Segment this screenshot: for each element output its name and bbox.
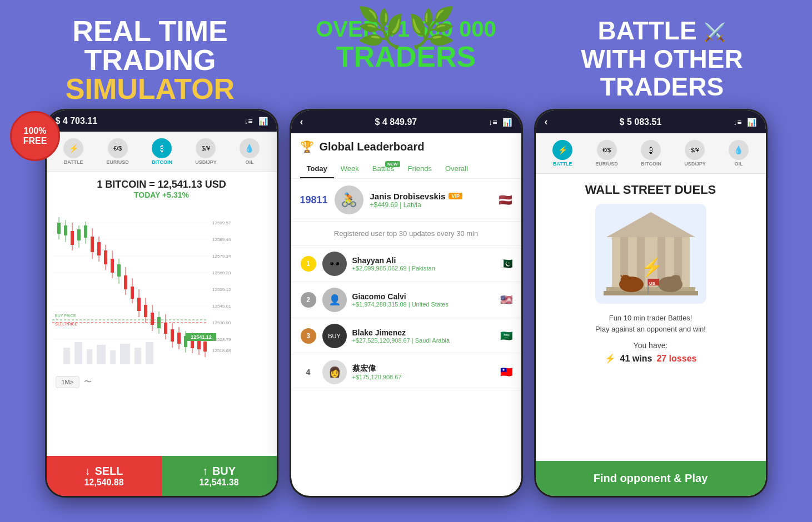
today-pct: TODAY +5.31% xyxy=(56,190,268,199)
lb-item-1: 1 🕶️ Shayyan Ali +$2,099,985,062.69 | Pa… xyxy=(291,246,521,282)
buy-action-label: ↑ BUY xyxy=(202,465,236,478)
sell-arrow-icon: ↓ xyxy=(84,465,90,478)
tab-usdjpy-right-label: USD/JPY xyxy=(684,161,706,167)
tab-usdjpy[interactable]: $/¥ USD/JPY xyxy=(191,136,221,167)
laurel-decoration: 🌿 🌿 xyxy=(356,8,456,47)
laurel-right-icon: 🌿 xyxy=(407,8,456,47)
headline-trading: TRADING xyxy=(33,46,267,74)
battle-title: WALL STREET DUELS xyxy=(545,183,757,197)
lb-info-2: Giacomo Calvi +$1,974,288,315.08 | Unite… xyxy=(352,292,449,308)
svg-rect-37 xyxy=(151,313,154,325)
tab-bitcoin-right-icon: ₿ xyxy=(641,140,661,160)
leaderboard-icon: 🏆 xyxy=(300,140,314,153)
tab-eurusd[interactable]: €/$ EUR/USD xyxy=(102,136,133,167)
lb-rank-2: 2 xyxy=(300,292,317,308)
sell-action-label: ↓ SELL xyxy=(84,465,123,478)
headline-realtime: REAL TIME xyxy=(33,17,267,46)
losses-count: 27 losses xyxy=(656,354,696,364)
lb-avatar-4: 👩 xyxy=(322,360,347,384)
tab-usdjpy-label: USD/JPY xyxy=(195,159,217,165)
svg-rect-84 xyxy=(604,291,698,295)
top-user-row: 19811 🚴 Janis Drobisevskis VIP +$449.69 … xyxy=(291,179,521,222)
header: 🌿 🌿 REAL TIME TRADING SIMULATOR OVER #1 … xyxy=(0,0,812,103)
tab-today[interactable]: Today xyxy=(300,160,334,178)
svg-rect-45 xyxy=(177,333,181,344)
tab-friends[interactable]: Friends xyxy=(401,160,439,178)
chart-icon-right: 📊 xyxy=(747,118,756,127)
svg-text:BUY PRICE: BUY PRICE xyxy=(55,314,76,318)
lb-avatar-2: 👤 xyxy=(322,288,347,312)
lb-flag-3: 🇸🇦 xyxy=(500,330,512,342)
nav-tabs-right: ⚡ BATTLE €/$ EUR/USD ₿ BITCOIN $/¥ USD/J… xyxy=(536,133,766,174)
svg-text:12528.79: 12528.79 xyxy=(212,337,231,342)
svg-rect-72 xyxy=(97,345,106,364)
vip-badge: VIP xyxy=(449,193,462,199)
phone-right: ‹ $ 5 083.51 ↓≡ 📊 ⚡ BATTLE €/$ EUR/USD xyxy=(534,109,768,498)
back-button-right[interactable]: ‹ xyxy=(545,116,548,128)
tab-battles[interactable]: Battles NEW xyxy=(366,160,401,178)
svg-rect-71 xyxy=(87,349,92,364)
back-button[interactable]: ‹ xyxy=(300,116,303,128)
chart-type-icon[interactable]: 〜 xyxy=(84,377,92,387)
user-flag: 🇱🇻 xyxy=(499,193,512,207)
phone-left-topbar: $ 4 703.11 ↓≡ 📊 xyxy=(47,111,277,132)
free-badge: 100%FREE xyxy=(10,111,60,161)
tab-eurusd-icon: €/$ xyxy=(108,138,128,158)
lb-name-2: Giacomo Calvi xyxy=(352,292,449,301)
svg-text:12599.57: 12599.57 xyxy=(212,220,231,225)
tab-bitcoin[interactable]: ₿ BITCOIN xyxy=(147,136,177,167)
svg-rect-17 xyxy=(84,225,87,238)
tab-bitcoin-right[interactable]: ₿ BITCOIN xyxy=(636,138,666,169)
chart-bottom: 1M> 〜 xyxy=(47,373,277,392)
lb-flag-1: 🇵🇰 xyxy=(500,258,512,270)
center-topbar-icons: ↓≡ 📊 xyxy=(489,118,512,127)
tab-overall[interactable]: Overall xyxy=(439,160,475,178)
lb-info-4: 蔡宏偉 +$175,120,908.67 xyxy=(352,364,402,380)
tab-battle-right[interactable]: ⚡ BATTLE xyxy=(548,138,577,169)
tab-battle[interactable]: ⚡ BATTLE xyxy=(59,136,88,167)
find-opponent-button[interactable]: Find opponent & Play xyxy=(536,461,766,496)
period-button[interactable]: 1M> xyxy=(56,376,80,388)
svg-rect-9 xyxy=(57,223,61,234)
tab-battle-label: BATTLE xyxy=(64,159,83,165)
sort-icon-right: ↓≡ xyxy=(733,118,741,127)
svg-text:12579.34: 12579.34 xyxy=(212,254,231,259)
tab-week[interactable]: Week xyxy=(334,160,366,178)
svg-text:SELL PRICE: SELL PRICE xyxy=(55,322,78,326)
svg-rect-23 xyxy=(104,250,107,264)
lb-flag-4: 🇹🇼 xyxy=(500,366,512,378)
tab-bitcoin-label: BITCOIN xyxy=(152,159,172,165)
svg-text:⚡: ⚡ xyxy=(641,257,663,278)
svg-marker-78 xyxy=(606,212,695,237)
sell-button[interactable]: ↓ SELL 12,540.88 xyxy=(47,456,162,496)
user-name: Janis Drobisevskis VIP xyxy=(370,192,462,201)
tab-bitcoin-right-label: BITCOIN xyxy=(641,161,661,167)
svg-point-92 xyxy=(671,275,676,280)
medal-silver: 2 xyxy=(301,292,316,308)
svg-rect-13 xyxy=(71,231,74,245)
candle-chart: 12541.12 12599.57 12589.46 12579.34 1256… xyxy=(47,206,277,373)
lb-info-3: Blake Jimenez +$27,525,120,908.67 | Saud… xyxy=(352,328,450,344)
chart-svg: 12541.12 12599.57 12589.46 12579.34 1256… xyxy=(52,206,241,367)
medal-bronze: 3 xyxy=(301,328,316,344)
you-have-label: You have: xyxy=(545,341,757,350)
tab-eurusd-right-icon: €/$ xyxy=(597,140,617,160)
tab-oil[interactable]: 💧 OIL xyxy=(235,136,264,167)
svg-rect-25 xyxy=(111,259,114,273)
lb-item-2: 2 👤 Giacomo Calvi +$1,974,288,315.08 | U… xyxy=(291,282,521,318)
tab-usdjpy-right[interactable]: $/¥ USD/JPY xyxy=(680,138,710,169)
tab-eurusd-right[interactable]: €/$ EUR/USD xyxy=(591,138,622,169)
tab-oil-right[interactable]: 💧 OIL xyxy=(724,138,753,169)
svg-rect-70 xyxy=(74,342,82,364)
tab-usdjpy-right-icon: $/¥ xyxy=(685,140,705,160)
lb-name-1: Shayyan Ali xyxy=(352,256,435,265)
leaderboard-tabs: Today Week Battles NEW Friends Overall xyxy=(291,160,521,179)
svg-rect-11 xyxy=(64,225,67,235)
phone-right-topbar: ‹ $ 5 083.51 ↓≡ 📊 xyxy=(536,111,766,133)
lb-rank-3: 3 xyxy=(300,328,317,344)
buy-button[interactable]: ↑ BUY 12,541.38 xyxy=(162,456,277,496)
btc-price: 1 BITCOIN = 12,541.13 USD xyxy=(56,179,268,190)
leaderboard-title: 🏆 Global Leaderboard xyxy=(291,133,521,160)
svg-rect-43 xyxy=(171,329,174,342)
tab-oil-right-icon: 💧 xyxy=(729,140,749,160)
